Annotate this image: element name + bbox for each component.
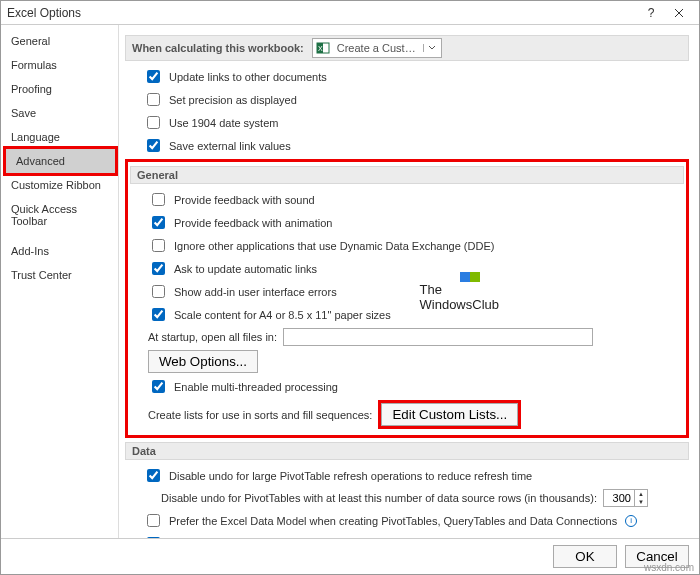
save-external-checkbox[interactable] — [147, 139, 160, 152]
multithread-checkbox[interactable] — [152, 380, 165, 393]
sidebar-item-addins[interactable]: Add-Ins — [1, 239, 118, 263]
sidebar-item-trust-center[interactable]: Trust Center — [1, 263, 118, 287]
when-calculating-label: When calculating this workbook: — [132, 42, 304, 54]
disable-undo-pivot-label: Disable undo for large PivotTable refres… — [169, 470, 532, 482]
feedback-animation-checkbox[interactable] — [152, 216, 165, 229]
disable-undo-dm-label: Disable undo for large Data Model operat… — [169, 538, 390, 539]
edit-custom-lists-button[interactable]: Edit Custom Lists... — [381, 403, 518, 426]
workbook-dropdown-text: Create a Custom Li... — [333, 42, 423, 54]
prefer-data-model-checkbox[interactable] — [147, 514, 160, 527]
feedback-sound-checkbox[interactable] — [152, 193, 165, 206]
ask-update-checkbox[interactable] — [152, 262, 165, 275]
use-1904-checkbox[interactable] — [147, 116, 160, 129]
ignore-dde-label: Ignore other applications that use Dynam… — [174, 240, 494, 252]
update-links-label: Update links to other documents — [169, 71, 327, 83]
disable-undo-pivot-checkbox[interactable] — [147, 469, 160, 482]
update-links-checkbox[interactable] — [147, 70, 160, 83]
use-1904-label: Use 1904 date system — [169, 117, 278, 129]
set-precision-checkbox[interactable] — [147, 93, 160, 106]
web-options-button[interactable]: Web Options... — [148, 350, 258, 373]
help-button[interactable]: ? — [637, 3, 665, 23]
startup-files-label: At startup, open all files in: — [148, 331, 277, 343]
close-button[interactable] — [665, 3, 693, 23]
sidebar-item-formulas[interactable]: Formulas — [1, 53, 118, 77]
titlebar: Excel Options ? — [1, 1, 699, 25]
save-external-label: Save external link values — [169, 140, 291, 152]
spin-down-icon[interactable]: ▼ — [635, 498, 647, 506]
ask-update-label: Ask to update automatic links — [174, 263, 317, 275]
sidebar-item-proofing[interactable]: Proofing — [1, 77, 118, 101]
pivot-rows-input[interactable] — [604, 490, 634, 506]
ignore-dde-checkbox[interactable] — [152, 239, 165, 252]
addin-errors-label: Show add-in user interface errors — [174, 286, 337, 298]
dialog-title: Excel Options — [7, 6, 637, 20]
sidebar-item-quick-access-toolbar[interactable]: Quick Access Toolbar — [1, 197, 118, 233]
ok-button[interactable]: OK — [553, 545, 617, 568]
sidebar-item-customize-ribbon[interactable]: Customize Ribbon — [1, 173, 118, 197]
dialog-body: General Formulas Proofing Save Language … — [1, 25, 699, 538]
scale-content-label: Scale content for A4 or 8.5 x 11" paper … — [174, 309, 391, 321]
sidebar-item-save[interactable]: Save — [1, 101, 118, 125]
data-section-header: Data — [125, 442, 689, 460]
multithread-label: Enable multi-threaded processing — [174, 381, 338, 393]
dialog-footer: OK Cancel — [1, 538, 699, 574]
spin-up-icon[interactable]: ▲ — [635, 490, 647, 498]
pivot-rows-spinner[interactable]: ▲▼ — [603, 489, 648, 507]
workbook-dropdown[interactable]: X Create a Custom Li... — [312, 38, 442, 58]
general-section-header: General — [130, 166, 684, 184]
set-precision-label: Set precision as displayed — [169, 94, 297, 106]
when-calculating-row: When calculating this workbook: X Create… — [125, 35, 689, 61]
disable-undo-pivot-rows-label: Disable undo for PivotTables with at lea… — [161, 492, 597, 504]
sidebar-item-general[interactable]: General — [1, 29, 118, 53]
create-lists-label: Create lists for use in sorts and fill s… — [148, 409, 372, 421]
cancel-button[interactable]: Cancel — [625, 545, 689, 568]
chevron-down-icon — [423, 44, 441, 52]
content-pane: When calculating this workbook: X Create… — [119, 25, 699, 538]
excel-file-icon: X — [315, 40, 331, 56]
svg-text:X: X — [318, 45, 323, 52]
prefer-data-model-label: Prefer the Excel Data Model when creatin… — [169, 515, 617, 527]
addin-errors-checkbox[interactable] — [152, 285, 165, 298]
feedback-sound-label: Provide feedback with sound — [174, 194, 315, 206]
general-section-highlight: General Provide feedback with sound Prov… — [125, 159, 689, 438]
excel-options-dialog: Excel Options ? General Formulas Proofin… — [0, 0, 700, 575]
feedback-animation-label: Provide feedback with animation — [174, 217, 332, 229]
info-icon[interactable]: i — [625, 515, 637, 527]
disable-undo-dm-checkbox[interactable] — [147, 537, 160, 538]
sidebar: General Formulas Proofing Save Language … — [1, 25, 119, 538]
scale-content-checkbox[interactable] — [152, 308, 165, 321]
sidebar-item-advanced[interactable]: Advanced — [6, 149, 115, 173]
close-icon — [674, 8, 684, 18]
startup-files-input[interactable] — [283, 328, 593, 346]
